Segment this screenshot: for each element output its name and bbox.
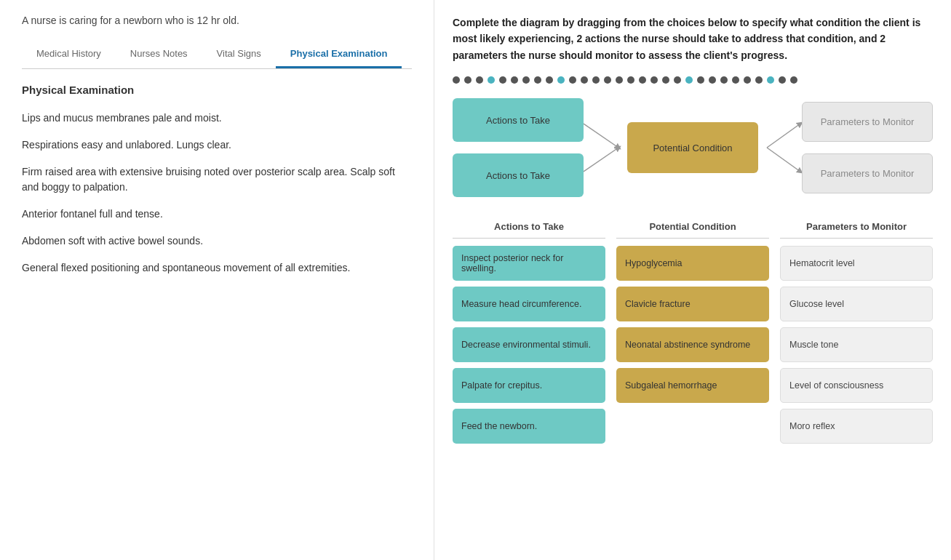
diagram-action-box-2[interactable]: Actions to Take xyxy=(453,153,584,197)
condition-card-3[interactable]: Neonatal abstinence syndrome xyxy=(616,327,769,362)
diagram-action-box-1[interactable]: Actions to Take xyxy=(453,98,584,142)
diagram-parameters-column: Parameters to Monitor Parameters to Moni… xyxy=(802,102,933,193)
dot-18 xyxy=(650,76,658,84)
dot-4 xyxy=(488,76,495,84)
tab-bar: Medical History Nurses Notes Vital Signs… xyxy=(22,41,412,69)
svg-line-2 xyxy=(584,148,618,172)
diagram-area: Actions to Take Actions to Take Poten xyxy=(453,98,933,197)
parameter-card-3[interactable]: Muscle tone xyxy=(780,327,933,362)
condition-card-4[interactable]: Subgaleal hemorrhage xyxy=(616,368,769,403)
left-arrows-svg xyxy=(584,100,627,195)
dot-7 xyxy=(522,76,530,84)
diagram-condition-box[interactable]: Potential Condition xyxy=(627,122,758,173)
instructions-text: Complete the diagram by dragging from th… xyxy=(453,15,933,63)
dot-25 xyxy=(732,76,739,84)
dot-16 xyxy=(627,76,634,84)
exam-paragraph-1: Lips and mucus membranes pale and moist. xyxy=(22,111,412,126)
dot-27 xyxy=(755,76,763,84)
exam-content: Lips and mucus membranes pale and moist.… xyxy=(22,111,412,276)
conditions-col-header: Potential Condition xyxy=(616,215,769,239)
dot-3 xyxy=(476,76,483,84)
dot-14 xyxy=(604,76,611,84)
tab-vital-signs[interactable]: Vital Signs xyxy=(202,41,276,68)
action-card-1[interactable]: Inspect posterior neck for swelling. xyxy=(453,246,605,281)
dot-6 xyxy=(511,76,518,84)
dot-1 xyxy=(453,76,460,84)
actions-column: Actions to Take Inspect posterior neck f… xyxy=(453,215,605,449)
actions-col-header: Actions to Take xyxy=(453,215,605,239)
dot-11 xyxy=(569,76,576,84)
diagram-actions-column: Actions to Take Actions to Take xyxy=(453,98,584,197)
diagram-parameter-box-2[interactable]: Parameters to Monitor xyxy=(802,153,933,193)
section-title: Physical Examination xyxy=(22,84,412,96)
dot-29 xyxy=(779,76,786,84)
svg-line-5 xyxy=(767,148,800,172)
dot-23 xyxy=(709,76,716,84)
progress-dots xyxy=(453,76,933,84)
dot-15 xyxy=(616,76,623,84)
parameter-card-4[interactable]: Level of consciousness xyxy=(780,368,933,403)
dot-17 xyxy=(639,76,646,84)
dot-28 xyxy=(767,76,774,84)
exam-paragraph-3: Firm raised area with extensive bruising… xyxy=(22,164,412,195)
parameter-card-1[interactable]: Hematocrit level xyxy=(780,246,933,281)
dot-10 xyxy=(557,76,565,84)
action-card-4[interactable]: Palpate for crepitus. xyxy=(453,368,605,403)
scenario-text: A nurse is caring for a newborn who is 1… xyxy=(22,15,412,26)
tab-physical-examination[interactable]: Physical Examination xyxy=(276,41,402,68)
dot-12 xyxy=(581,76,588,84)
parameters-column: Parameters to Monitor Hematocrit level G… xyxy=(780,215,933,449)
tab-medical-history[interactable]: Medical History xyxy=(22,41,116,68)
condition-card-2[interactable]: Clavicle fracture xyxy=(616,287,769,321)
right-arrows-svg xyxy=(758,100,802,195)
tab-nurses-notes[interactable]: Nurses Notes xyxy=(116,41,202,68)
parameter-card-5[interactable]: Moro reflex xyxy=(780,409,933,444)
exam-paragraph-2: Respirations easy and unlabored. Lungs c… xyxy=(22,137,412,153)
dot-26 xyxy=(744,76,751,84)
svg-line-1 xyxy=(584,124,618,148)
dot-13 xyxy=(592,76,600,84)
dot-8 xyxy=(534,76,541,84)
diagram-parameter-box-1[interactable]: Parameters to Monitor xyxy=(802,102,933,142)
drag-choices-section: Actions to Take Inspect posterior neck f… xyxy=(453,215,933,449)
dot-2 xyxy=(464,76,471,84)
dot-19 xyxy=(662,76,669,84)
exam-paragraph-4: Anterior fontanel full and tense. xyxy=(22,207,412,222)
dot-24 xyxy=(720,76,728,84)
conditions-column: Potential Condition Hypoglycemia Clavicl… xyxy=(616,215,769,449)
condition-card-1[interactable]: Hypoglycemia xyxy=(616,246,769,281)
dot-5 xyxy=(499,76,506,84)
exam-paragraph-5: Abdomen soft with active bowel sounds. xyxy=(22,233,412,249)
parameters-col-header: Parameters to Monitor xyxy=(780,215,933,239)
dot-30 xyxy=(790,76,797,84)
dot-21 xyxy=(685,76,693,84)
svg-line-4 xyxy=(767,124,800,148)
exam-paragraph-6: General flexed positioning and spontaneo… xyxy=(22,260,412,276)
dot-9 xyxy=(546,76,553,84)
action-card-5[interactable]: Feed the newborn. xyxy=(453,409,605,444)
action-card-2[interactable]: Measure head circumference. xyxy=(453,287,605,321)
dot-22 xyxy=(697,76,704,84)
action-card-3[interactable]: Decrease environmental stimuli. xyxy=(453,327,605,362)
diagram-condition-column: Potential Condition xyxy=(627,122,758,173)
parameter-card-2[interactable]: Glucose level xyxy=(780,287,933,321)
dot-20 xyxy=(674,76,681,84)
